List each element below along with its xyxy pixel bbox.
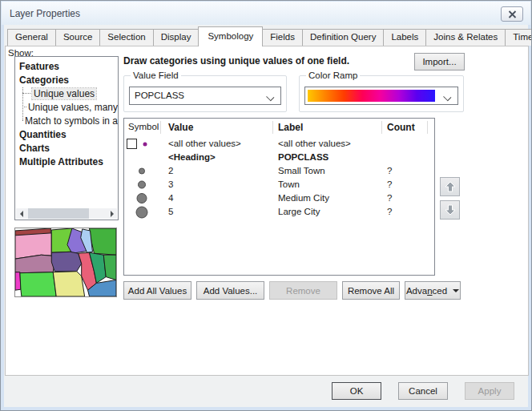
table-row-heading[interactable]: <Heading> POPCLASS (124, 151, 434, 164)
move-up-button[interactable] (440, 177, 460, 196)
close-button[interactable] (501, 6, 523, 22)
column-divider (381, 121, 382, 134)
column-header-label: Label (278, 122, 303, 133)
point-symbol (124, 164, 160, 178)
all-other-values-symbol (124, 137, 160, 151)
close-icon (508, 10, 517, 18)
show-item-features[interactable]: Features (15, 59, 118, 73)
value-field-group-label: Value Field (131, 71, 181, 80)
show-item-unique-values[interactable]: Unique values (15, 87, 118, 100)
tab-definition-query[interactable]: Definition Query (302, 29, 384, 46)
titlebar: Layer Properties (2, 2, 530, 25)
show-item-categories[interactable]: Categories (15, 73, 118, 87)
tab-display[interactable]: Display (153, 29, 200, 46)
menu-arrow-icon (453, 289, 459, 292)
symbol-cell[interactable] (124, 178, 160, 191)
show-item-multiple-attributes[interactable]: Multiple Attributes (15, 155, 118, 168)
color-ramp-dropdown[interactable] (304, 87, 458, 105)
column-header-count: Count (387, 122, 415, 133)
tab-labels[interactable]: Labels (383, 29, 426, 46)
remove-button[interactable]: Remove (269, 281, 337, 300)
column-divider (272, 121, 273, 134)
tree-twig (22, 93, 30, 94)
show-item-quantities[interactable]: Quantities (15, 127, 118, 141)
tree-twig (22, 107, 26, 107)
table-row-town[interactable]: 3 Town ? (124, 178, 434, 191)
point-symbol (124, 178, 160, 191)
apply-button[interactable]: Apply (465, 382, 514, 400)
value-field-dropdown[interactable]: POPCLASS (129, 87, 281, 105)
tab-source[interactable]: Source (55, 29, 100, 46)
scrollbar-thumb[interactable] (28, 208, 89, 219)
add-values-button[interactable]: Add Values... (196, 281, 264, 300)
add-all-values-button[interactable]: Add All Values (123, 281, 191, 300)
tab-fields[interactable]: Fields (262, 29, 303, 46)
arrow-down-icon (444, 203, 457, 216)
map-preview (14, 228, 117, 297)
table-row-small-town[interactable]: 2 Small Town ? (124, 164, 434, 178)
symbology-tab-page: Show: Features Categories Unique values … (5, 46, 529, 376)
column-divider (160, 121, 161, 134)
column-header-value: Value (168, 122, 193, 133)
color-ramp-group: Color Ramp (299, 75, 464, 112)
point-symbol (124, 191, 160, 205)
window-title: Layer Properties (10, 8, 80, 19)
tab-time[interactable]: Time (505, 29, 532, 46)
tree-horizontal-scrollbar[interactable] (16, 208, 117, 219)
tab-bar: General Source Selection Display Symbolo… (7, 26, 532, 46)
show-item-unique-values-many[interactable]: Unique values, many (15, 100, 118, 114)
tab-selection[interactable]: Selection (99, 29, 153, 46)
scroll-left-icon[interactable] (16, 208, 26, 219)
color-ramp-swatch (308, 90, 435, 102)
tab-symbology[interactable]: Symbology (198, 26, 263, 46)
chevron-down-icon (268, 94, 274, 100)
symbol-cell[interactable] (124, 137, 160, 151)
point-symbol (124, 205, 160, 220)
table-row-medium-city[interactable]: 4 Medium City ? (124, 191, 434, 205)
unique-values-table: Symbol Value Label Count <all other valu… (123, 118, 435, 276)
column-header-symbol: Symbol (128, 122, 159, 131)
panel-description: Draw categories using unique values of o… (123, 55, 349, 66)
tree-twig (22, 120, 23, 121)
import-button[interactable]: Import... (414, 53, 465, 71)
symbol-cell[interactable] (124, 205, 160, 219)
table-row-all-other-values[interactable]: <all other values> <all other values> (124, 137, 434, 151)
table-row-large-city[interactable]: 5 Large City ? (124, 205, 434, 219)
cancel-button[interactable]: Cancel (398, 382, 448, 400)
value-field-group: Value Field POPCLASS (123, 75, 287, 112)
move-down-button[interactable] (440, 200, 460, 220)
column-divider (427, 121, 428, 134)
chevron-down-icon (445, 94, 451, 100)
tab-general[interactable]: General (7, 29, 56, 46)
value-field-selected: POPCLASS (135, 91, 184, 100)
remove-all-button[interactable]: Remove All (342, 281, 400, 300)
symbol-cell[interactable] (124, 164, 160, 178)
show-tree: Features Categories Unique values Unique… (14, 56, 119, 220)
color-ramp-group-label: Color Ramp (306, 71, 360, 80)
ok-button[interactable]: OK (332, 382, 381, 400)
tab-joins-relates[interactable]: Joins & Relates (425, 29, 506, 46)
symbol-cell[interactable] (124, 191, 160, 205)
scroll-right-icon[interactable] (107, 208, 117, 219)
arrow-up-icon (444, 180, 457, 193)
show-item-charts[interactable]: Charts (15, 141, 118, 155)
show-item-match-symbols[interactable]: Match to symbols in a (15, 114, 118, 127)
layer-properties-dialog: Layer Properties General Source Selectio… (0, 0, 532, 411)
advanced-button[interactable]: Advanced (405, 281, 461, 300)
